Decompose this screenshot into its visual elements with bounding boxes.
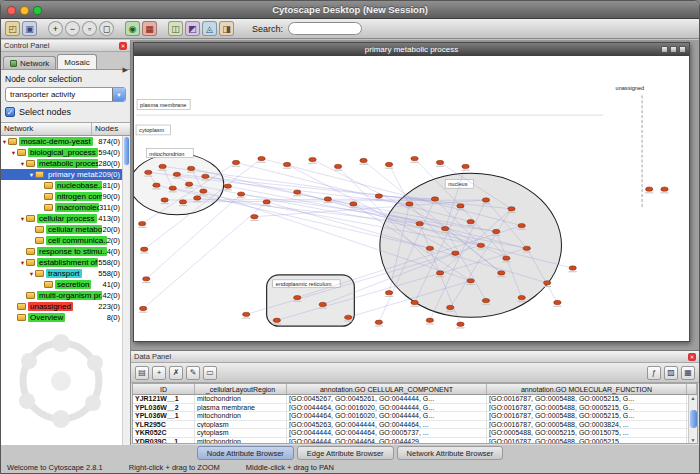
zoom-selected-icon[interactable]: ▫ [82, 21, 97, 36]
network-node[interactable] [375, 194, 382, 198]
table-row[interactable]: YLR295Ccytoplasm[GO:0045263, GO:0044444,… [133, 421, 697, 430]
network-node[interactable] [482, 198, 489, 202]
zoom-window-button[interactable] [33, 6, 42, 15]
network-node[interactable] [140, 306, 147, 310]
attribute-matrix-icon[interactable]: ▦ [681, 366, 695, 380]
tree-item-primary-metabo[interactable]: ▼primary metabo...209(0) [1, 169, 130, 180]
zoom-fit-content-icon[interactable]: ◻ [99, 21, 114, 36]
select-nodes-checkbox[interactable]: ✓ Select nodes [5, 107, 126, 117]
layout-icon[interactable]: ◬ [202, 21, 217, 36]
table-row[interactable]: YKR052Ccytoplasm[GO:0044444, GO:0044464,… [133, 429, 697, 438]
network-node[interactable] [518, 295, 525, 299]
network-node[interactable] [508, 207, 515, 211]
network-node[interactable] [457, 204, 464, 208]
table-scrollbar[interactable]: ▲ ▼ [688, 395, 697, 443]
tree-item-establishment-of-l[interactable]: ▼establishment of l...558(0) [1, 257, 130, 268]
tree-item-multi-organism-pr[interactable]: multi-organism pr...42(0) [1, 290, 130, 301]
network-node[interactable] [375, 320, 382, 324]
network-node[interactable] [202, 174, 209, 178]
tree-item-unassigned[interactable]: unassigned223(0) [1, 301, 130, 312]
delete-attribute-icon[interactable]: ✗ [169, 366, 183, 380]
scroll-down-icon[interactable]: ▼ [691, 437, 696, 443]
network-node[interactable] [385, 162, 392, 166]
node-color-attribute-select[interactable]: transporter activity ▼ [5, 87, 126, 102]
network-node[interactable] [436, 160, 443, 164]
network-node[interactable] [173, 172, 180, 176]
network-node[interactable] [452, 251, 459, 255]
tree-item-cell-communica[interactable]: cell communica...2(0) [1, 235, 130, 246]
network-node[interactable] [138, 221, 145, 225]
frame-minimize-button[interactable] [661, 46, 668, 53]
network-node[interactable] [518, 223, 525, 227]
network-node[interactable] [309, 157, 316, 161]
tree-item-response-to-stimu[interactable]: response to stimu...4(0) [1, 246, 130, 257]
network-node[interactable] [283, 162, 290, 166]
create-attribute-icon[interactable]: + [152, 366, 166, 380]
network-node[interactable] [436, 271, 443, 275]
clear-attribute-icon[interactable]: ▭ [203, 366, 217, 380]
tree-item-secretion[interactable]: secretion41(0) [1, 279, 130, 290]
network-node[interactable] [294, 295, 301, 299]
search-input[interactable] [288, 22, 362, 35]
zoom-in-icon[interactable]: + [48, 21, 63, 36]
network-node[interactable] [457, 322, 464, 326]
network-node[interactable] [350, 202, 357, 206]
network-node[interactable] [243, 312, 250, 316]
network-canvas[interactable]: plasma membrane cytoplasm mitochondrion … [134, 56, 689, 341]
network-node[interactable] [294, 190, 301, 194]
network-node[interactable] [324, 197, 331, 201]
network-node[interactable] [431, 197, 438, 201]
network-node[interactable] [143, 277, 150, 281]
network-node[interactable] [477, 243, 484, 247]
data-panel-close-icon[interactable]: ✕ [688, 353, 696, 361]
tab-mosaic[interactable]: Mosaic [57, 54, 96, 69]
network-node[interactable] [447, 305, 454, 309]
network-node[interactable] [462, 164, 469, 168]
network-edge[interactable] [143, 202, 266, 309]
network-node[interactable] [498, 271, 505, 275]
network-node[interactable] [334, 164, 341, 168]
network-node[interactable] [200, 189, 207, 193]
network-node[interactable] [237, 192, 244, 196]
network-node[interactable] [185, 182, 192, 186]
expand-arrow-icon[interactable]: ▼ [1, 139, 8, 145]
column-header-cellularlayoutregion[interactable]: _cellularLayoutRegion [195, 384, 287, 394]
network-node[interactable] [159, 164, 166, 168]
network-window-titlebar[interactable]: primary metabolic process [134, 43, 689, 56]
scrollbar-thumb[interactable] [690, 410, 697, 428]
network-node[interactable] [319, 302, 326, 306]
tree-item-cellular-metabo[interactable]: cellular metabo...20(0) [1, 224, 130, 235]
network-node[interactable] [411, 300, 418, 304]
tree-scrollbar[interactable] [122, 136, 130, 445]
tree-item-nitrogen-compo[interactable]: nitrogen compo...90(0) [1, 191, 130, 202]
network-node[interactable] [153, 183, 160, 187]
network-node[interactable] [145, 170, 152, 174]
tree-item-transport[interactable]: ▼transport558(0) [1, 268, 130, 279]
network-node[interactable] [467, 279, 474, 283]
minimize-window-button[interactable] [20, 6, 29, 15]
expand-arrow-icon[interactable]: ▼ [19, 260, 26, 266]
tab-node-attribute-browser[interactable]: Node Attribute Browser [197, 446, 294, 460]
column-header-id[interactable]: ID [133, 384, 195, 394]
frame-maximize-button[interactable] [670, 46, 677, 53]
network-node[interactable] [179, 200, 186, 204]
formula-builder-icon[interactable]: ƒ [647, 366, 661, 380]
network-node[interactable] [194, 196, 201, 200]
network-node[interactable] [406, 202, 413, 206]
import-attributes-icon[interactable]: ▨ [664, 366, 678, 380]
tree-item-biological-process[interactable]: ▼biological_process594(0) [1, 147, 130, 158]
table-row[interactable]: YPL036W__2plasma membrane[GO:0044464, GO… [133, 404, 697, 413]
network-node[interactable] [416, 221, 423, 225]
table-row[interactable]: YJR121W__1mitochondrion[GO:0045267, GO:0… [133, 395, 697, 404]
tab-network-attribute-browser[interactable]: Network Attribute Browser [397, 446, 504, 460]
network-window[interactable]: primary metabolic process [133, 42, 690, 342]
scroll-up-icon[interactable]: ▲ [691, 395, 696, 401]
network-node[interactable] [426, 246, 433, 250]
network-overview-icon[interactable]: ◉ [125, 21, 140, 36]
expand-arrow-icon[interactable]: ▼ [19, 161, 26, 167]
tree-column-network[interactable]: Network [1, 123, 92, 135]
network-node[interactable] [426, 318, 433, 322]
network-node[interactable] [411, 156, 418, 160]
select-attributes-icon[interactable]: ▤ [135, 366, 149, 380]
network-node[interactable] [258, 156, 265, 160]
